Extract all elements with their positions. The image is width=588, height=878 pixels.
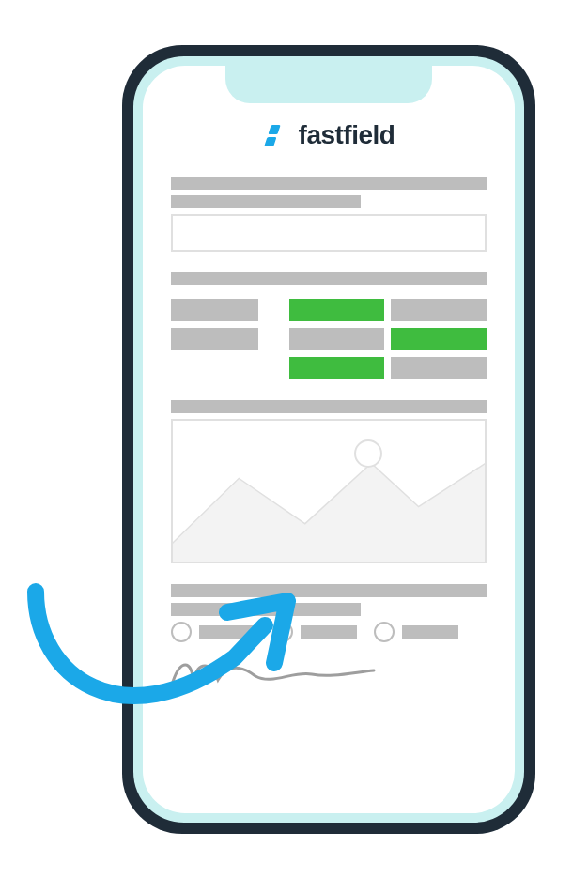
svg-rect-1 (264, 137, 276, 146)
brand-name: fastfield (299, 120, 395, 150)
grid-cell-grey[interactable] (289, 328, 385, 350)
phone-notch (225, 66, 432, 103)
image-placeholder[interactable] (171, 419, 487, 563)
grid-row-label (171, 299, 258, 321)
signature-field[interactable] (171, 654, 487, 695)
detail-box-placeholder (171, 214, 487, 252)
status-grid (171, 299, 487, 379)
phone-screen: fastfield (143, 66, 515, 813)
phone-mockup: fastfield (122, 45, 535, 834)
subtitle-placeholder-bar (171, 195, 361, 208)
radio-section-header-bar (171, 584, 487, 597)
radio-label-placeholder (199, 625, 255, 639)
grid-row-label (171, 328, 258, 350)
grid-cell-green[interactable] (289, 299, 385, 321)
radio-circle-icon (171, 622, 192, 642)
section-header-bar (171, 272, 487, 285)
app-screen-content: fastfield (143, 66, 515, 813)
grid-cell-green[interactable] (391, 328, 487, 350)
fastfield-logo-icon (263, 121, 291, 149)
radio-circle-icon (272, 622, 293, 642)
radio-option[interactable] (272, 622, 357, 642)
radio-label-placeholder (402, 625, 458, 639)
svg-rect-0 (268, 125, 280, 134)
phone-outer-frame: fastfield (122, 45, 535, 834)
radio-option[interactable] (374, 622, 458, 642)
sun-icon (354, 439, 382, 468)
radio-label-placeholder (301, 625, 357, 639)
radio-option[interactable] (171, 622, 255, 642)
radio-section-sub-bar (171, 603, 361, 616)
image-section-header-bar (171, 400, 487, 413)
radio-circle-icon (374, 622, 395, 642)
radio-group (171, 622, 487, 642)
title-placeholder-bar (171, 177, 487, 190)
grid-cell-green[interactable] (289, 357, 385, 379)
signature-scribble-icon (171, 654, 378, 691)
grid-empty-cell (171, 357, 283, 379)
grid-cell-grey[interactable] (391, 299, 487, 321)
grid-cell-grey[interactable] (391, 357, 487, 379)
brand-header: fastfield (171, 120, 487, 150)
svg-marker-2 (173, 458, 485, 563)
mountain-icon (173, 421, 485, 563)
phone-inner-bezel: fastfield (133, 56, 524, 823)
